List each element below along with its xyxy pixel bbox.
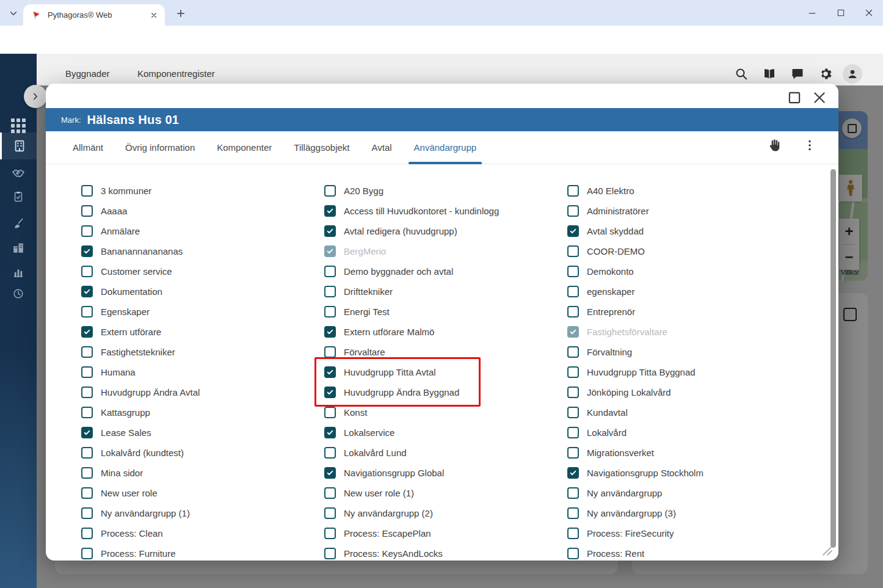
drag-hand-icon[interactable]	[766, 137, 782, 153]
checkbox-unchecked-icon[interactable]	[567, 528, 579, 539]
usergroup-row[interactable]: Förvaltare	[324, 342, 499, 362]
checkbox-checked-icon[interactable]	[567, 467, 579, 479]
usergroup-row[interactable]: Lease Sales	[81, 423, 200, 443]
checkbox-checked-icon[interactable]	[81, 326, 93, 338]
usergroup-row[interactable]: Förvaltning	[567, 342, 703, 362]
usergroup-row[interactable]: COOR-DEMO	[567, 241, 703, 261]
usergroup-row[interactable]: Ny användargrupp (3)	[567, 503, 703, 523]
checkbox-unchecked-icon[interactable]	[567, 205, 579, 217]
checkbox-unchecked-icon[interactable]	[567, 487, 579, 499]
checkbox-unchecked-icon[interactable]	[81, 205, 93, 217]
tab-anvandargrupp[interactable]: Användargrupp	[414, 131, 477, 164]
tab-close-icon[interactable]	[149, 10, 159, 20]
checkbox-unchecked-icon[interactable]	[81, 346, 93, 358]
usergroup-row[interactable]: Customer service	[81, 261, 200, 281]
checkbox-unchecked-icon[interactable]	[81, 366, 93, 378]
checkbox-checked-icon[interactable]	[81, 427, 93, 438]
usergroup-row[interactable]: Migrationsverket	[567, 443, 703, 463]
checkbox-unchecked-icon[interactable]	[567, 185, 579, 197]
checkbox-unchecked-icon[interactable]	[567, 387, 579, 398]
checkbox-checked-icon[interactable]	[324, 427, 336, 438]
usergroup-row[interactable]: Process: Clean	[81, 523, 200, 543]
checkbox-unchecked-icon[interactable]	[324, 507, 336, 519]
checkbox-unchecked-icon[interactable]	[567, 306, 579, 318]
checkbox-unchecked-icon[interactable]	[567, 447, 579, 459]
checkbox-unchecked-icon[interactable]	[567, 346, 579, 358]
checkbox-checked-icon[interactable]	[324, 366, 336, 378]
window-minimize-button[interactable]	[803, 5, 821, 21]
usergroup-row[interactable]: Lokalvård	[567, 423, 703, 443]
checkbox-unchecked-icon[interactable]	[567, 427, 579, 438]
chat-icon[interactable]	[790, 67, 805, 81]
dialog-close-button[interactable]	[812, 90, 827, 106]
usergroup-row[interactable]: Navigationsgrupp Global	[324, 463, 499, 483]
checkbox-unchecked-icon[interactable]	[81, 266, 93, 277]
checkbox-unchecked-icon[interactable]	[81, 306, 93, 318]
settings-gear-icon[interactable]	[818, 67, 833, 81]
search-icon[interactable]	[734, 67, 749, 81]
checkbox-unchecked-icon[interactable]	[81, 467, 93, 479]
sidebar-item-history[interactable]	[0, 280, 37, 307]
dialog-menu-dots-icon[interactable]	[803, 139, 816, 152]
window-close-button[interactable]	[860, 5, 878, 21]
tab-allmant[interactable]: Allmänt	[73, 131, 103, 164]
checkbox-unchecked-icon[interactable]	[324, 447, 336, 459]
checkbox-checked-icon[interactable]	[324, 326, 336, 338]
usergroup-row[interactable]: Anmälare	[81, 221, 200, 241]
usergroup-row[interactable]: Ny användargrupp (2)	[324, 503, 499, 523]
usergroup-row[interactable]: Process: FireSecurity	[567, 523, 703, 543]
tab-search-chevron-icon[interactable]	[6, 6, 21, 21]
usergroup-row[interactable]: Process: EscapePlan	[324, 523, 499, 543]
browser-tab[interactable]: Pythagoras® Web	[23, 4, 165, 26]
checkbox-checked-icon[interactable]	[567, 225, 579, 237]
usergroup-row[interactable]: Egenskaper	[81, 302, 200, 322]
usergroup-row[interactable]: Huvudgrupp Titta Avtal	[324, 362, 499, 382]
checkbox-unchecked-icon[interactable]	[81, 387, 93, 398]
checkbox-checked-icon[interactable]	[324, 467, 336, 479]
checkbox-checked-icon[interactable]	[324, 387, 336, 398]
usergroup-row[interactable]: Process: Furniture	[81, 543, 200, 561]
usergroup-row[interactable]: Konst	[324, 402, 499, 423]
checkbox-unchecked-icon[interactable]	[81, 185, 93, 197]
usergroup-row[interactable]: Administratörer	[567, 201, 703, 221]
usergroup-row[interactable]: A20 Bygg	[324, 181, 499, 201]
usergroup-row[interactable]: Process: Rent	[567, 543, 703, 561]
usergroup-row[interactable]: New user role	[81, 483, 200, 503]
checkbox-unchecked-icon[interactable]	[81, 225, 93, 237]
checkbox-unchecked-icon[interactable]	[324, 286, 336, 297]
usergroup-row[interactable]: Extern utförare	[81, 322, 200, 342]
usergroup-row[interactable]: Aaaaa	[81, 201, 200, 221]
checkbox-unchecked-icon[interactable]	[81, 447, 93, 459]
usergroup-row[interactable]: Kattasgrupp	[81, 402, 200, 423]
checkbox-unchecked-icon[interactable]	[81, 528, 93, 539]
usergroup-row[interactable]: Energi Test	[324, 302, 499, 322]
dialog-maximize-button[interactable]	[787, 90, 802, 106]
sidebar-item-buildings[interactable]	[0, 132, 37, 159]
usergroup-row[interactable]: A40 Elektro	[567, 181, 703, 201]
user-avatar[interactable]	[843, 64, 862, 84]
checkbox-unchecked-icon[interactable]	[324, 266, 336, 277]
usergroup-row[interactable]: Navigationsgrupp Stockholm	[567, 463, 703, 483]
usergroup-row[interactable]: BergMerio	[324, 241, 499, 261]
usergroup-row[interactable]: Fastighetstekniker	[81, 342, 200, 362]
checkbox-unchecked-icon[interactable]	[324, 346, 336, 358]
usergroup-row[interactable]: Demokonto	[567, 261, 703, 281]
usergroup-row[interactable]: Dokumentation	[81, 281, 200, 302]
usergroup-row[interactable]: Entreprenör	[567, 302, 703, 322]
usergroup-row[interactable]: Lokalvård Lund	[324, 443, 499, 463]
sidebar-item-properties[interactable]	[0, 234, 37, 261]
checkbox-unchecked-icon[interactable]	[567, 245, 579, 257]
menu-komponentregister[interactable]: Komponentregister	[137, 68, 215, 79]
usergroup-row[interactable]: Huvudgrupp Ändra Byggnad	[324, 382, 499, 402]
usergroup-row[interactable]: Access till Huvudkontoret - kundinlogg	[324, 201, 499, 221]
usergroup-row[interactable]: Mina sidor	[81, 463, 200, 483]
checkbox-unchecked-icon[interactable]	[567, 266, 579, 277]
window-maximize-button[interactable]	[832, 5, 850, 21]
sidebar-expand-button[interactable]	[24, 85, 47, 108]
checkbox-checked-icon[interactable]	[324, 205, 336, 217]
usergroup-row[interactable]: Extern utförare Malmö	[324, 322, 499, 342]
checkbox-unchecked-icon[interactable]	[324, 548, 336, 559]
checkbox-unchecked-icon[interactable]	[324, 407, 336, 418]
usergroup-row[interactable]: Ny användargrupp	[567, 483, 703, 503]
usergroup-row[interactable]: New user role (1)	[324, 483, 499, 503]
